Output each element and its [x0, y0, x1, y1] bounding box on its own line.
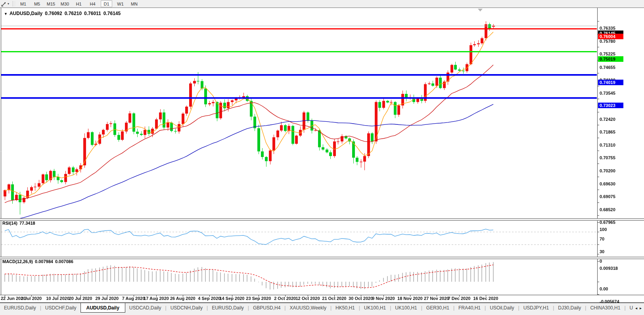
price-tick-label: 0.67965: [600, 220, 639, 225]
tabs-scroll-right-button[interactable]: ▸: [640, 306, 642, 310]
timeframe-button-M15[interactable]: M15: [45, 0, 57, 7]
ohlc-open: 0.76092: [45, 11, 62, 16]
price-tick-label: 0.71310: [600, 143, 639, 147]
price-level-badge: 0.75019: [598, 56, 623, 62]
rsi-name: RSI(14): [2, 221, 17, 225]
chart-tab-CHINA300-H1[interactable]: CHINA300,H1: [586, 304, 624, 312]
timeframe-button-group: M1M5M15M30H1H4D1W1MN: [17, 0, 140, 7]
panel-splitter-rsi[interactable]: [0, 218, 644, 221]
timeframe-button-W1[interactable]: W1: [115, 0, 126, 7]
price-level-badge: 0.74019: [598, 80, 623, 85]
cursor-tool-icon: [1, 1, 7, 7]
macd-value-main: 0.007984: [35, 259, 53, 264]
price-tick-label: 0.75225: [600, 52, 639, 56]
chart-ohlc-header: ▼AUDUSD,Daily0.760920.762100.760110.7614…: [4, 11, 123, 16]
rsi-indicator-label: RSI(14)77.3418: [2, 221, 37, 225]
chart-toolbar: ▾ M1M5M15M30H1H4D1W1MN: [0, 0, 644, 8]
chart-tab-US[interactable]: US: [626, 304, 633, 312]
timeframe-button-M5[interactable]: M5: [31, 0, 43, 7]
price-tick-label: 0.69630: [600, 181, 639, 186]
price-tick-label: 0.71865: [600, 130, 639, 134]
timeframe-button-M30[interactable]: M30: [59, 0, 71, 7]
timeframe-button-H4[interactable]: H4: [87, 0, 98, 7]
chart-tab-UK100-H1[interactable]: UK100,H1: [360, 304, 390, 312]
chart-tab-GBPUSD-H4[interactable]: GBPUSD,H4: [249, 304, 284, 312]
ohlc-low: 0.76011: [84, 11, 101, 16]
chart-tab-XAUUSD-Weekly[interactable]: XAUUSD,Weekly: [286, 304, 330, 312]
tabs-scroll-controls: ◂ ▸: [633, 303, 644, 313]
timeframe-button-M1[interactable]: M1: [17, 0, 29, 7]
chart-tab-EURUSD-Daily[interactable]: EURUSD,Daily: [0, 304, 40, 312]
dropdown-caret-icon: ▾: [8, 2, 9, 6]
price-tick-label: 0.70755: [600, 155, 639, 160]
tabs-scroll-left-button[interactable]: ◂: [635, 306, 637, 310]
chart-tab-DJ30-Daily[interactable]: DJ30,Daily: [554, 304, 585, 312]
timeframe-button-H1[interactable]: H1: [73, 0, 84, 7]
chart-tabs-list: EURUSD,Daily|USDCHF,DailyAUDUSD,DailyUSD…: [0, 303, 633, 313]
macd-tick-label: 0.00: [600, 286, 639, 291]
rsi-tick-label: 70: [600, 237, 639, 241]
chart-tab-USDCAD-Daily[interactable]: USDCAD,Daily: [125, 304, 165, 312]
rsi-tick-label: 30: [600, 249, 639, 254]
chart-tab-FRA40-H1[interactable]: FRA40,H1: [454, 304, 485, 312]
price-level-badge: 0.73023: [598, 103, 623, 108]
chart-window: ▼AUDUSD,Daily0.760920.762100.760110.7614…: [0, 8, 644, 303]
macd-name: MACD(12,26,9): [2, 259, 33, 264]
cursor-tool-button[interactable]: ▾: [0, 0, 10, 7]
timeframe-button-D1[interactable]: D1: [101, 0, 112, 7]
price-tick-label: 0.69075: [600, 194, 639, 199]
date-tick-label: 16 Dec 2020: [469, 296, 502, 302]
chart-shift-marker[interactable]: [478, 9, 483, 11]
price-tick-label: 0.74655: [600, 65, 639, 70]
trading-terminal-window: ▾ M1M5M15M30H1H4D1W1MN ▼AUDUSD,Daily0.76…: [0, 0, 644, 315]
chart-tab-GER30-H1[interactable]: GER30,H1: [422, 304, 453, 312]
chart-tab-EURUSD-Daily[interactable]: EURUSD,Daily: [208, 304, 248, 312]
macd-value-signal: 0.007086: [55, 259, 73, 264]
price-tick-label: 0.68520: [600, 207, 639, 212]
rsi-tick-label: 0: [600, 259, 639, 263]
chart-tab-USDCHF-Daily[interactable]: USDCHF,Daily: [41, 304, 80, 312]
symbol-caret-icon: ▼: [4, 12, 8, 16]
chart-tabs-bar: EURUSD,Daily|USDCHF,DailyAUDUSD,DailyUSD…: [0, 302, 644, 314]
price-level-badge: 0.76004: [598, 34, 623, 39]
chart-tab-UK100-H1[interactable]: UK100,H1: [391, 304, 421, 312]
symbol-label: AUDUSD,Daily: [10, 11, 42, 16]
ohlc-close: 0.76145: [104, 11, 121, 16]
macd-tick-label: 0.009318: [600, 266, 639, 271]
status-strip: [0, 313, 644, 315]
panel-splitter-macd[interactable]: [0, 257, 644, 259]
chart-tab-USDJPY-H1[interactable]: USDJPY,H1: [519, 304, 553, 312]
timeframe-button-MN[interactable]: MN: [128, 0, 140, 7]
price-tick-label: 0.73545: [600, 91, 639, 95]
price-tick-label: 0.72420: [600, 117, 639, 122]
toolbar-grip: [13, 1, 15, 6]
macd-tick-label: -0.005674: [600, 299, 639, 304]
chart-tab-HK50-H1[interactable]: HK50,H1: [332, 304, 359, 312]
rsi-value: 77.3418: [19, 221, 35, 225]
chart-tab-USOil-Daily[interactable]: USOil,Daily: [486, 304, 518, 312]
price-tick-label: 0.75780: [600, 39, 639, 44]
chart-tab-USDCNH-Daily[interactable]: USDCNH,Daily: [167, 304, 207, 312]
chart-tab-AUDUSD-Daily[interactable]: AUDUSD,Daily: [80, 303, 125, 313]
ohlc-high: 0.76210: [65, 11, 82, 16]
rsi-tick-label: 100: [600, 227, 639, 232]
price-tick-label: 0.70200: [600, 168, 639, 173]
macd-indicator-label: MACD(12,26,9)0.0079840.007086: [2, 259, 75, 264]
